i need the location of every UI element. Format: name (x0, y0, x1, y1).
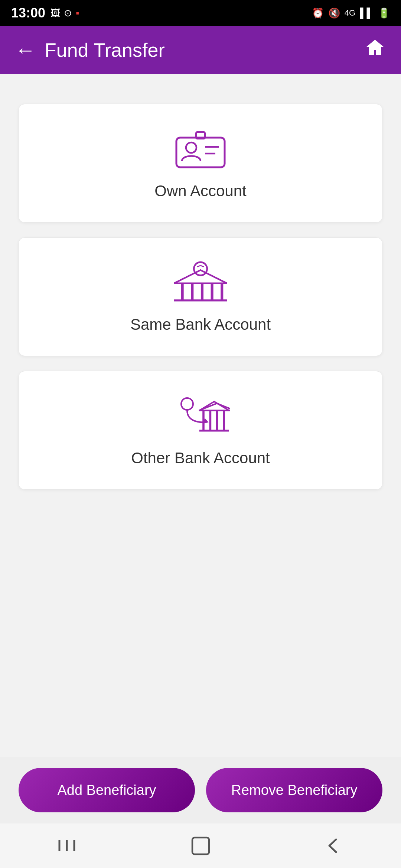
svg-marker-19 (199, 403, 230, 410)
other-bank-account-icon (171, 394, 230, 438)
signal-4g-icon: 4G (345, 8, 355, 18)
remove-beneficiary-button[interactable]: Remove Beneficiary (206, 768, 382, 812)
signal-bars-icon: ▌▌ (360, 7, 374, 19)
page-title: Fund Transfer (45, 39, 165, 61)
own-account-card[interactable]: Own Account (19, 104, 382, 223)
own-account-icon (171, 126, 230, 171)
same-bank-label: Same Bank Account (130, 316, 271, 333)
add-beneficiary-button[interactable]: Add Beneficiary (19, 768, 195, 812)
header-left: ← Fund Transfer (15, 39, 165, 61)
other-bank-label: Other Bank Account (131, 449, 270, 467)
navigation-bar (0, 823, 401, 868)
svg-line-7 (197, 266, 200, 267)
battery-red-icon: ▪ (76, 7, 79, 19)
status-icons: 🖼 ⊙ ▪ (50, 7, 79, 19)
media-icon: ⊙ (64, 7, 72, 19)
menu-nav-button[interactable] (48, 831, 85, 861)
svg-rect-0 (176, 138, 225, 167)
status-bar-right: ⏰ 🔇 4G ▌▌ 🔋 (312, 7, 390, 19)
home-nav-button[interactable] (182, 831, 219, 861)
svg-marker-9 (174, 270, 227, 283)
main-content: Own Account Same B (0, 74, 401, 504)
svg-point-6 (194, 262, 207, 276)
back-nav-button[interactable] (316, 831, 353, 861)
svg-line-8 (200, 266, 204, 267)
svg-point-17 (181, 398, 193, 410)
same-bank-account-icon (171, 260, 230, 305)
status-time: 13:00 (11, 5, 45, 21)
battery-icon: 🔋 (378, 7, 390, 19)
svg-point-1 (186, 142, 196, 153)
svg-rect-29 (192, 838, 209, 854)
mute-icon: 🔇 (328, 7, 340, 19)
other-bank-account-card[interactable]: Other Bank Account (19, 371, 382, 490)
back-button[interactable]: ← (15, 40, 36, 60)
own-account-label: Own Account (154, 182, 246, 200)
image-icon: 🖼 (50, 7, 60, 19)
status-bar: 13:00 🖼 ⊙ ▪ ⏰ 🔇 4G ▌▌ 🔋 (0, 0, 401, 26)
home-button[interactable] (364, 37, 386, 64)
bottom-bar: Add Beneficiary Remove Beneficiary (0, 757, 401, 823)
status-bar-left: 13:00 🖼 ⊙ ▪ (11, 5, 79, 21)
app-header: ← Fund Transfer (0, 26, 401, 74)
alarm-icon: ⏰ (312, 7, 324, 19)
same-bank-account-card[interactable]: Same Bank Account (19, 237, 382, 356)
